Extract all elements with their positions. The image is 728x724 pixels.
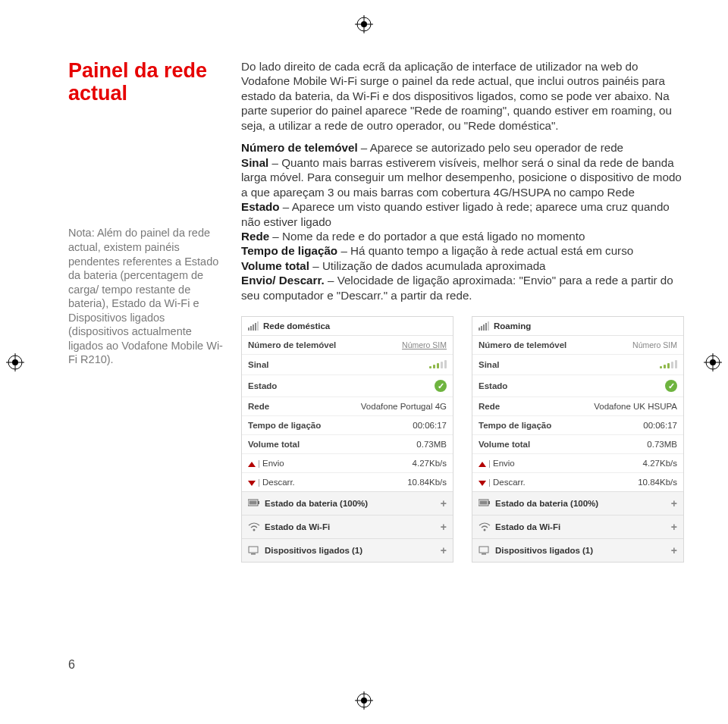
row-label: Volume total <box>479 440 530 449</box>
row-label: Número de telemóvel <box>248 340 336 349</box>
def-term: Número de telemóvel <box>241 141 358 154</box>
svg-rect-23 <box>249 501 257 505</box>
panel-row: |Descarr. 10.84Kb/s <box>472 473 683 491</box>
arrow-down-icon <box>248 481 256 486</box>
intro-paragraph: Do lado direito de cada ecrã da aplicaçã… <box>241 59 684 133</box>
row-label: Estado <box>479 381 507 390</box>
panel-title: Rede doméstica <box>263 321 330 331</box>
svg-rect-28 <box>481 326 482 331</box>
svg-rect-34 <box>480 501 488 505</box>
exp-label: Estado da Wi-Fi <box>495 522 560 531</box>
arrow-up-icon <box>479 462 486 467</box>
row-label: Estado <box>248 381 277 390</box>
svg-point-35 <box>484 529 486 531</box>
sim-link[interactable]: Número SIM <box>402 340 447 349</box>
row-label: Número de telemóvel <box>479 340 566 349</box>
registration-mark <box>6 353 24 371</box>
example-panels: Rede doméstica Número de telemóvel Númer… <box>241 316 684 563</box>
arrow-down-icon <box>479 481 486 486</box>
battery-icon <box>479 499 491 508</box>
sidebar-note: Nota: Além do painel da rede actual, exi… <box>68 226 226 366</box>
panel-row: |Descarr. 10.84Kb/s <box>242 473 453 491</box>
def-text: – Quanto mais barras estiverem visíveis,… <box>241 156 682 199</box>
devices-icon <box>479 546 491 555</box>
exp-label: Estado da bateria (100%) <box>495 499 598 508</box>
signal-icon <box>479 321 489 331</box>
def-term: Volume total <box>241 259 309 272</box>
row-label: Rede <box>248 402 269 411</box>
def-term: Sinal <box>241 156 268 169</box>
def-text: – Nome da rede e do portador a que está … <box>269 230 585 243</box>
row-label: |Envio <box>248 459 284 468</box>
svg-point-11 <box>710 359 716 365</box>
exp-label: Dispositivos ligados (1) <box>495 546 593 555</box>
plus-icon: + <box>441 521 447 533</box>
status-check-icon: ✓ <box>665 380 677 392</box>
panel-row: Volume total 0.73MB <box>242 435 453 454</box>
network-panel-roaming: Roaming Número de telemóvel Número SIM S… <box>472 316 684 563</box>
svg-rect-19 <box>255 323 256 331</box>
svg-point-3 <box>361 21 367 27</box>
svg-rect-27 <box>479 328 480 331</box>
panel-row: Rede Vodafone UK HSUPA <box>472 397 683 416</box>
panel-header: Roaming <box>472 317 683 336</box>
arrow-up-icon <box>248 462 256 467</box>
panel-row: Sinal <box>472 355 683 375</box>
panel-row: Rede Vodafone Portugal 4G <box>242 397 453 416</box>
left-column: Painel da rede actual Nota: Além do pain… <box>68 59 226 563</box>
row-value: 0.73MB <box>647 440 677 449</box>
row-value: 00:06:17 <box>643 421 677 430</box>
exp-label: Estado da bateria (100%) <box>265 499 368 508</box>
sim-link[interactable]: Número SIM <box>632 340 677 349</box>
def-term: Envio/ Descarr. <box>241 274 325 287</box>
download-label: Descarr. <box>262 478 295 487</box>
panel-row: Número de telemóvel Número SIM <box>472 336 683 355</box>
def-text: – Aparece se autorizado pelo seu operado… <box>358 141 623 154</box>
row-value: Vodafone Portugal 4G <box>361 402 447 411</box>
panel-row: |Envio 4.27Kb/s <box>472 454 683 473</box>
row-label: Rede <box>479 402 500 411</box>
expandable-devices[interactable]: Dispositivos ligados (1) + <box>472 538 683 562</box>
svg-rect-25 <box>249 547 258 553</box>
def-text: – Utilização de dados acumulada aproxima… <box>309 259 546 272</box>
row-label: Tempo de ligação <box>479 421 551 430</box>
plus-icon: + <box>671 497 677 509</box>
devices-icon <box>248 546 260 555</box>
row-label: |Descarr. <box>248 478 295 487</box>
svg-rect-18 <box>253 324 254 331</box>
panel-row: Volume total 0.73MB <box>472 435 683 454</box>
expandable-wifi[interactable]: Estado da Wi-Fi + <box>472 515 683 538</box>
def-text: – Aparece um visto quando estiver ligado… <box>241 200 670 227</box>
expandable-battery[interactable]: Estado da bateria (100%) + <box>472 491 683 515</box>
svg-rect-20 <box>257 321 259 331</box>
row-value: 00:06:17 <box>413 421 447 430</box>
row-value: 4.27Kb/s <box>643 459 677 468</box>
page-title: Painel da rede actual <box>68 59 226 105</box>
panel-title: Roaming <box>494 321 531 331</box>
definitions: Número de telemóvel – Aparece se autoriz… <box>241 140 684 302</box>
wifi-icon <box>479 522 491 531</box>
exp-label: Dispositivos ligados (1) <box>265 546 362 555</box>
svg-rect-30 <box>485 323 487 331</box>
expandable-devices[interactable]: Dispositivos ligados (1) + <box>242 538 453 562</box>
row-label: Sinal <box>248 360 268 369</box>
right-column: Do lado direito de cada ecrã da aplicaçã… <box>241 59 684 563</box>
def-text: – Há quanto tempo a ligação à rede actua… <box>337 244 633 257</box>
panel-row: Estado ✓ <box>242 375 453 397</box>
svg-rect-16 <box>248 328 249 331</box>
panel-row: Tempo de ligação 00:06:17 <box>242 416 453 435</box>
panel-row: |Envio 4.27Kb/s <box>242 454 453 473</box>
def-term: Rede <box>241 230 269 243</box>
expandable-battery[interactable]: Estado da bateria (100%) + <box>242 491 453 515</box>
panel-row: Número de telemóvel Número SIM <box>242 336 453 355</box>
row-value: 10.84Kb/s <box>638 478 677 487</box>
panel-row: Sinal <box>242 355 453 375</box>
panel-header: Rede doméstica <box>242 317 453 336</box>
signal-bars <box>660 359 677 370</box>
wifi-icon <box>248 522 260 531</box>
def-term: Tempo de ligação <box>241 244 337 257</box>
upload-label: Envio <box>493 459 515 468</box>
svg-rect-37 <box>482 553 486 555</box>
expandable-wifi[interactable]: Estado da Wi-Fi + <box>242 515 453 538</box>
page-number: 6 <box>68 658 75 672</box>
